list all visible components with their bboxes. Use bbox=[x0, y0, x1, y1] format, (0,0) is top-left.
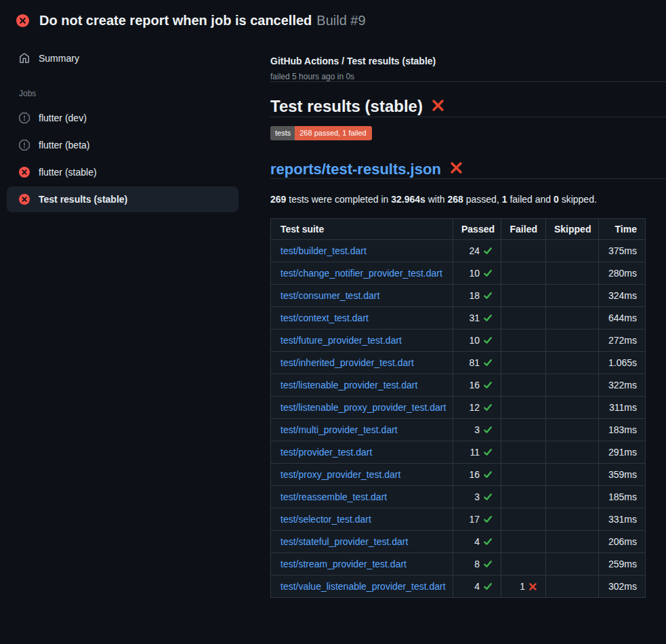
summary-segment: 268 bbox=[448, 194, 463, 205]
column-header-failed: Failed bbox=[501, 219, 546, 240]
time-cell: 185ms bbox=[599, 486, 646, 508]
test-suite-link[interactable]: test/context_test.dart bbox=[280, 313, 369, 323]
passed-cell: 16 bbox=[453, 464, 501, 486]
time-cell: 322ms bbox=[599, 374, 646, 397]
suite-cell: test/context_test.dart bbox=[271, 307, 453, 329]
table-row: test/proxy_provider_test.dart16359ms bbox=[271, 464, 646, 486]
page-title: Do not create report when job is cancell… bbox=[39, 12, 366, 29]
time-cell: 280ms bbox=[599, 262, 646, 285]
divider bbox=[270, 178, 666, 179]
test-suite-link[interactable]: test/builder_test.dart bbox=[280, 245, 367, 256]
jobs-list: flutter (dev)flutter (beta)flutter (stab… bbox=[7, 105, 238, 212]
test-suite-link[interactable]: test/value_listenable_provider_test.dart bbox=[280, 581, 446, 592]
run-status-line: failed 5 hours ago in 0s bbox=[270, 72, 666, 81]
skipped-cell bbox=[546, 419, 599, 441]
time-cell: 272ms bbox=[599, 329, 646, 352]
sidebar-item-flutter-stable[interactable]: flutter (stable) bbox=[7, 159, 238, 185]
suite-cell: test/stateful_provider_test.dart bbox=[271, 531, 453, 553]
test-suite-link[interactable]: test/listenable_proxy_provider_test.dart bbox=[280, 402, 446, 413]
suite-cell: test/listenable_proxy_provider_test.dart bbox=[271, 397, 453, 419]
summary-segment: failed and bbox=[507, 194, 554, 205]
test-suite-link[interactable]: test/selector_test.dart bbox=[280, 514, 371, 525]
passed-count: 11 bbox=[470, 447, 480, 458]
failed-cell bbox=[501, 262, 546, 285]
sidebar-item-summary[interactable]: Summary bbox=[7, 45, 238, 71]
passed-count: 4 bbox=[474, 536, 480, 547]
skipped-cell bbox=[546, 374, 599, 397]
x-circle-icon bbox=[19, 194, 30, 205]
suite-cell: test/selector_test.dart bbox=[271, 508, 453, 531]
passed-count: 3 bbox=[474, 491, 480, 502]
x-circle-icon bbox=[19, 167, 30, 178]
passed-cell: 16 bbox=[453, 374, 501, 397]
skipped-cell bbox=[546, 329, 599, 352]
test-suite-link[interactable]: test/multi_provider_test.dart bbox=[280, 424, 398, 435]
check-mark-icon bbox=[480, 290, 493, 301]
summary-segment: 1 bbox=[502, 194, 507, 205]
suite-cell: test/builder_test.dart bbox=[271, 240, 453, 262]
skipped-cell bbox=[546, 441, 599, 464]
check-mark-icon bbox=[480, 335, 493, 346]
check-mark-icon bbox=[480, 536, 493, 547]
suite-cell: test/change_notifier_provider_test.dart bbox=[271, 262, 453, 285]
tests-badge: tests 268 passed, 1 failed bbox=[270, 126, 372, 140]
stop-icon bbox=[19, 113, 30, 123]
test-suite-link[interactable]: test/provider_test.dart bbox=[280, 447, 372, 458]
test-suite-link[interactable]: test/future_provider_test.dart bbox=[280, 335, 402, 346]
check-mark-icon bbox=[480, 380, 493, 390]
test-suite-link[interactable]: test/stateful_provider_test.dart bbox=[280, 536, 408, 547]
passed-cell: 3 bbox=[453, 486, 501, 508]
time-cell: 644ms bbox=[599, 307, 646, 329]
time-cell: 302ms bbox=[599, 576, 646, 598]
check-mark-icon bbox=[480, 245, 493, 256]
sidebar-item-test-results-stable[interactable]: Test results (stable) bbox=[7, 186, 238, 212]
failed-cell: 1 bbox=[501, 576, 546, 598]
test-suite-link[interactable]: test/inherited_provider_test.dart bbox=[280, 357, 414, 368]
suite-cell: test/inherited_provider_test.dart bbox=[271, 352, 453, 374]
sidebar-item-label: flutter (stable) bbox=[39, 166, 97, 178]
table-row: test/value_listenable_provider_test.dart… bbox=[271, 576, 646, 598]
test-suite-link[interactable]: test/consumer_test.dart bbox=[280, 290, 379, 301]
suite-cell: test/reassemble_test.dart bbox=[271, 486, 453, 508]
passed-count: 8 bbox=[474, 559, 480, 569]
divider bbox=[270, 81, 666, 82]
failed-cell bbox=[501, 464, 546, 486]
test-suite-link[interactable]: test/stream_provider_test.dart bbox=[280, 559, 407, 569]
table-row: test/reassemble_test.dart3185ms bbox=[271, 486, 646, 508]
suite-cell: test/proxy_provider_test.dart bbox=[271, 464, 453, 486]
column-header-test-suite: Test suite bbox=[271, 219, 453, 240]
table-row: test/selector_test.dart17331ms bbox=[271, 508, 646, 531]
suite-cell: test/listenable_provider_test.dart bbox=[271, 374, 453, 397]
failed-cell bbox=[501, 486, 546, 508]
suite-cell: test/future_provider_test.dart bbox=[271, 329, 453, 352]
test-results-table: Test suitePassedFailedSkippedTime test/b… bbox=[270, 218, 646, 598]
skipped-cell bbox=[546, 285, 599, 307]
table-row: test/future_provider_test.dart10272ms bbox=[271, 329, 646, 352]
time-cell: 375ms bbox=[599, 240, 646, 262]
build-header: Do not create report when job is cancell… bbox=[0, 0, 666, 35]
x-circle-icon bbox=[16, 14, 29, 27]
sidebar-item-flutter-dev[interactable]: flutter (dev) bbox=[7, 105, 238, 131]
skipped-cell bbox=[546, 464, 599, 486]
passed-count: 16 bbox=[469, 469, 480, 480]
summary-segment: with bbox=[425, 194, 448, 205]
check-mark-icon bbox=[480, 491, 493, 502]
test-suite-link[interactable]: test/listenable_provider_test.dart bbox=[280, 380, 417, 390]
skipped-cell bbox=[546, 397, 599, 419]
check-mark-icon bbox=[480, 469, 493, 480]
summary-segment: passed, bbox=[463, 194, 502, 205]
report-file-link[interactable]: reports/test-results.json bbox=[270, 160, 441, 178]
passed-count: 18 bbox=[469, 290, 480, 301]
test-suite-link[interactable]: test/proxy_provider_test.dart bbox=[280, 469, 400, 480]
suite-cell: test/stream_provider_test.dart bbox=[271, 553, 453, 576]
jobs-section-label: Jobs bbox=[19, 89, 238, 98]
table-row: test/stateful_provider_test.dart4206ms bbox=[271, 531, 646, 553]
test-suite-link[interactable]: test/change_notifier_provider_test.dart bbox=[280, 268, 442, 279]
summary-segment: skipped. bbox=[559, 194, 597, 205]
section-title: Test results (stable) bbox=[270, 96, 423, 117]
table-row: test/provider_test.dart11291ms bbox=[271, 441, 646, 464]
sidebar-item-flutter-beta[interactable]: flutter (beta) bbox=[7, 132, 238, 158]
suite-cell: test/consumer_test.dart bbox=[271, 285, 453, 307]
test-suite-link[interactable]: test/reassemble_test.dart bbox=[280, 491, 387, 502]
column-header-skipped: Skipped bbox=[546, 219, 599, 240]
